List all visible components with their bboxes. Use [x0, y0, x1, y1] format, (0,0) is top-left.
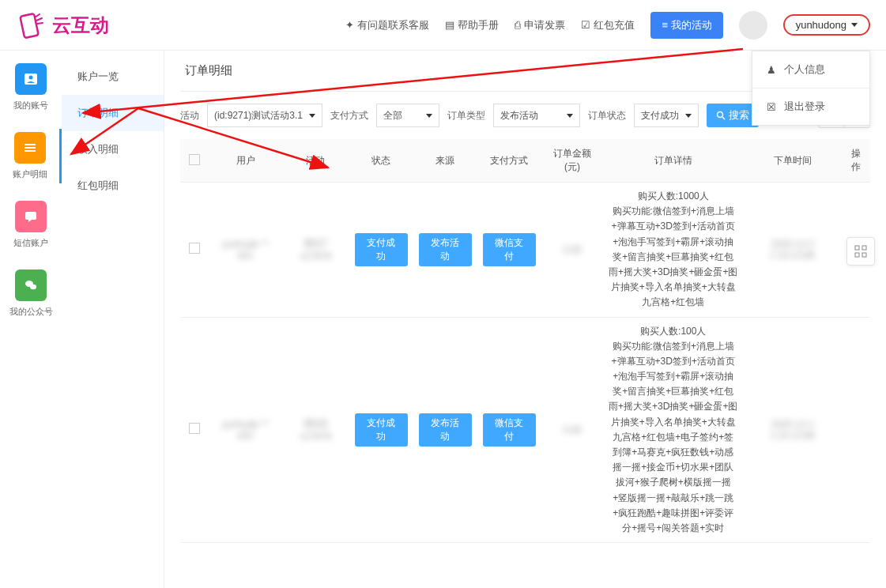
th-activity: 活动 — [282, 139, 349, 183]
status-tag: 支付成功 — [355, 413, 408, 447]
chevron-down-icon — [567, 114, 573, 118]
svg-line-10 — [722, 117, 725, 119]
filter-orderstatus-select[interactable]: 支付成功 — [634, 104, 699, 127]
th-action: 操作 — [842, 139, 870, 183]
svg-rect-12 — [862, 246, 866, 250]
user-dropdown-menu: ♟ 个人信息 ☒ 退出登录 — [752, 51, 870, 126]
filter-activity-label: 活动 — [180, 109, 199, 122]
qr-icon — [854, 245, 867, 258]
sms-icon — [15, 201, 47, 232]
search-icon — [716, 111, 726, 120]
logo-text: 云互动 — [52, 13, 109, 38]
user-icon: ♟ — [767, 64, 776, 76]
logout-icon: ☒ — [767, 101, 776, 113]
cell-time: 2020-12-1 1:10:13:66 — [770, 419, 815, 441]
svg-point-2 — [29, 76, 33, 80]
status-tag: 支付成功 — [355, 233, 408, 266]
sub-overview[interactable]: 账户一览 — [62, 58, 164, 95]
svg-rect-6 — [25, 212, 36, 220]
cell-amount: 0.00 — [563, 424, 581, 435]
row-checkbox[interactable] — [189, 243, 200, 254]
svg-rect-11 — [855, 246, 859, 250]
account-icon — [15, 63, 47, 95]
billing-icon — [14, 132, 46, 164]
header: 云互动 ✦有问题联系客服 ▤帮助手册 ⎙申请发票 ☑红包充值 ≡ 我的活动 yu… — [0, 0, 886, 51]
print-icon: ⎙ — [515, 19, 521, 31]
th-amount: 订单金额(元) — [541, 139, 604, 183]
sub-order-detail[interactable]: 订单明细 — [62, 95, 164, 131]
chevron-down-icon — [851, 23, 858, 27]
contact-link[interactable]: ✦有问题联系客服 — [345, 18, 429, 32]
dropdown-profile[interactable]: ♟ 个人信息 — [752, 51, 869, 88]
svg-rect-4 — [25, 147, 36, 149]
invoice-link[interactable]: ⎙申请发票 — [515, 18, 565, 32]
qr-widget[interactable] — [846, 237, 875, 266]
contact-icon: ✦ — [345, 19, 354, 31]
my-activity-button[interactable]: ≡ 我的活动 — [650, 12, 722, 39]
row-checkbox[interactable] — [189, 423, 200, 434]
svg-rect-14 — [862, 253, 866, 257]
th-status: 状态 — [349, 139, 413, 183]
filter-activity-select[interactable]: (id:9271)测试活动3.1 — [207, 104, 322, 127]
icon-sidebar: 我的账号 账户明细 短信账户 我的公众号 — [0, 51, 62, 588]
chevron-down-icon — [685, 114, 692, 118]
paymethod-tag: 微信支付 — [483, 413, 536, 447]
th-source: 来源 — [413, 139, 477, 183]
logo[interactable]: 云互动 — [16, 9, 109, 41]
source-tag: 发布活动 — [419, 413, 472, 447]
cell-user: yunhude ** e01 — [222, 239, 269, 261]
filter-paymethod-select[interactable]: 全部 — [376, 104, 439, 127]
filter-ordertype-label: 订单类型 — [447, 109, 485, 122]
cell-action — [842, 317, 870, 543]
username: yunhudong — [796, 19, 846, 31]
svg-rect-3 — [25, 144, 36, 145]
sub-redpacket-detail[interactable]: 红包明细 — [62, 168, 164, 204]
book-icon: ▤ — [445, 19, 454, 31]
redpacket-link[interactable]: ☑红包充值 — [581, 18, 635, 32]
check-icon: ☑ — [581, 19, 590, 31]
svg-point-9 — [718, 112, 723, 118]
filter-orderstatus-label: 订单状态 — [588, 109, 626, 122]
svg-rect-13 — [855, 253, 859, 257]
wechat-icon — [15, 270, 47, 301]
svg-rect-5 — [25, 150, 36, 152]
cell-activity: 测试7 s17678 — [300, 238, 331, 262]
cell-time: 2020-12-3 1:10:13:66 — [770, 239, 815, 261]
dropdown-logout[interactable]: ☒ 退出登录 — [752, 89, 869, 125]
logo-icon — [16, 9, 47, 41]
chevron-down-icon — [426, 114, 432, 118]
filter-paymethod-label: 支付方式 — [330, 109, 368, 122]
cell-details: 购买人数:1000人购买功能:微信签到+消息上墙+弹幕互动+3D签到+活动首页+… — [603, 183, 743, 318]
user-dropdown[interactable]: yunhudong — [783, 14, 870, 36]
th-paymethod: 支付方式 — [477, 139, 541, 183]
sidebar-item-sms[interactable]: 短信账户 — [0, 198, 62, 252]
cell-activity: 测试8 s17679 — [300, 418, 331, 442]
avatar[interactable] — [739, 11, 767, 40]
th-user: 用户 — [209, 139, 282, 183]
cell-amount: 0.00 — [563, 244, 581, 255]
cell-user: yunhude ** e02 — [222, 419, 269, 441]
source-tag: 发布活动 — [419, 233, 472, 266]
content: 订单明细 活动 (id:9271)测试活动3.1 支付方式 全部 订单类型 发布… — [164, 51, 886, 588]
th-details: 订单详情 — [603, 139, 743, 183]
help-link[interactable]: ▤帮助手册 — [445, 18, 499, 32]
sub-income-detail[interactable]: 收入明细 — [62, 131, 164, 168]
sidebar-item-billing[interactable]: 账户明细 — [0, 129, 62, 183]
orders-table: 用户 活动 状态 来源 支付方式 订单金额(元) 订单详情 下单时间 操作 yu… — [180, 139, 870, 543]
filter-ordertype-select[interactable]: 发布活动 — [493, 104, 580, 127]
select-all-checkbox[interactable] — [189, 154, 200, 165]
cell-details: 购买人数:100人购买功能:微信签到+消息上墙+弹幕互动+3D签到+活动首页+泡… — [603, 317, 743, 543]
header-nav: ✦有问题联系客服 ▤帮助手册 ⎙申请发票 ☑红包充值 ≡ 我的活动 yunhud… — [345, 11, 870, 40]
list-icon: ≡ — [662, 19, 670, 31]
sidebar-item-wechat[interactable]: 我的公众号 — [0, 266, 62, 321]
sidebar-item-account[interactable]: 我的账号 — [0, 60, 62, 115]
chevron-down-icon — [309, 114, 315, 118]
paymethod-tag: 微信支付 — [483, 233, 536, 266]
table-row: yunhude ** e01 测试7 s17678 支付成功 发布活动 微信支付… — [180, 183, 870, 318]
sub-sidebar: 账户一览 订单明细 收入明细 红包明细 — [62, 51, 164, 588]
svg-point-8 — [30, 285, 36, 289]
th-time: 下单时间 — [743, 139, 842, 183]
table-row: yunhude ** e02 测试8 s17679 支付成功 发布活动 微信支付… — [180, 317, 870, 543]
